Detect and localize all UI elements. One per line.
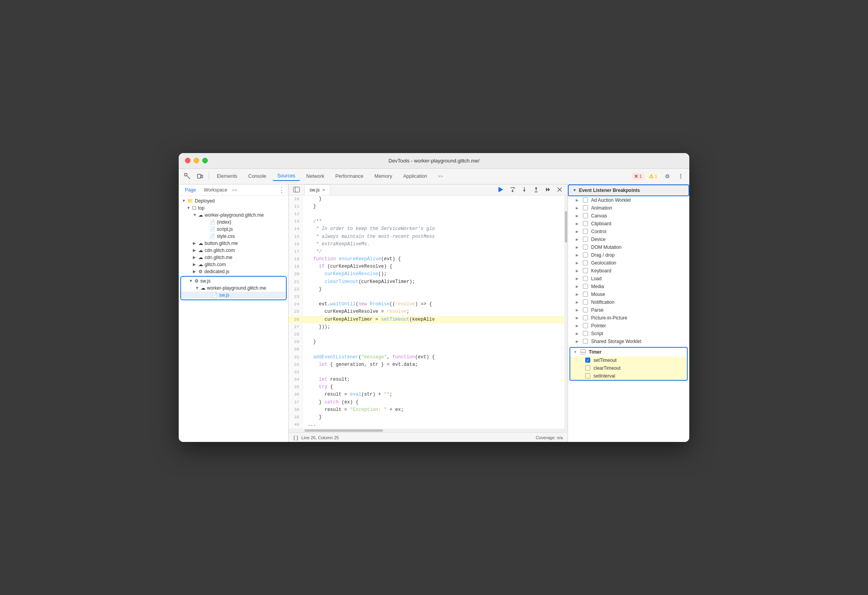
close-button[interactable] bbox=[185, 158, 190, 163]
tree-item-script-js[interactable]: ▶ 📄 script.js bbox=[179, 226, 288, 233]
tree-item-button-glitch[interactable]: ▶ ☁ button.glitch.me bbox=[179, 240, 288, 247]
bp-item-settimeout[interactable]: setTimeout bbox=[570, 356, 687, 364]
bp-item-media[interactable]: ▶ Media bbox=[568, 283, 689, 290]
bp-item-pip[interactable]: ▶ Picture-in-Picture bbox=[568, 314, 689, 322]
bp-checkbox-control[interactable] bbox=[583, 229, 588, 234]
bp-checkbox-drag[interactable] bbox=[583, 252, 588, 257]
tab-workspace[interactable]: Workspace bbox=[201, 186, 231, 194]
bp-item-notification[interactable]: ▶ Notification bbox=[568, 298, 689, 306]
bp-checkbox-canvas[interactable] bbox=[583, 213, 588, 218]
tree-item-worker-playground[interactable]: ▼ ☁ worker-playground.glitch.me bbox=[179, 212, 288, 219]
bp-item-setinterval[interactable]: setInterval bbox=[570, 372, 687, 380]
resume-icon[interactable] bbox=[496, 185, 505, 194]
close-tab-icon[interactable]: × bbox=[322, 187, 325, 193]
tree-item-cdn-me[interactable]: ▶ ☁ cdn.glitch.me bbox=[179, 254, 288, 261]
bp-checkbox-script[interactable] bbox=[583, 331, 588, 336]
scrollbar-thumb[interactable] bbox=[565, 211, 567, 243]
bp-checkbox-ss[interactable] bbox=[583, 339, 588, 344]
file-panel-more[interactable]: >> bbox=[232, 188, 237, 192]
bp-item-parse[interactable]: ▶ Parse bbox=[568, 306, 689, 314]
tree-item-glitch-com[interactable]: ▶ ☁ glitch.com bbox=[179, 261, 288, 268]
bp-item-control[interactable]: ▶ Control bbox=[568, 228, 689, 235]
bp-item-canvas[interactable]: ▶ Canvas bbox=[568, 212, 689, 220]
bp-checkbox-geo[interactable] bbox=[583, 260, 588, 265]
tab-performance[interactable]: Performance bbox=[331, 172, 368, 181]
bp-checkbox-load[interactable] bbox=[583, 276, 588, 281]
bp-item-mouse[interactable]: ▶ Mouse bbox=[568, 290, 689, 298]
error-badge[interactable]: ✕ 1 bbox=[632, 173, 644, 180]
bp-checkbox-keyboard[interactable] bbox=[583, 268, 588, 273]
bp-checkbox-device[interactable] bbox=[583, 237, 588, 242]
inspect-element-icon[interactable] bbox=[182, 171, 193, 182]
more-options-icon[interactable]: ⋮ bbox=[675, 171, 686, 182]
bp-checkbox-anim[interactable] bbox=[583, 205, 588, 210]
bp-item-pointer[interactable]: ▶ Pointer bbox=[568, 322, 689, 330]
code-line-25: 25 curKeepAliveResolve = resolve; bbox=[289, 308, 564, 316]
code-tab-swjs[interactable]: sw.js × bbox=[304, 184, 330, 195]
tab-more[interactable]: >> bbox=[434, 172, 448, 180]
tree-item-top[interactable]: ▼ ☐ top bbox=[179, 204, 288, 212]
bp-item-animation[interactable]: ▶ Animation bbox=[568, 204, 689, 212]
step-continue-icon[interactable] bbox=[543, 185, 553, 194]
scrollbar-h-thumb[interactable] bbox=[304, 429, 383, 432]
deactivate-breakpoints-icon[interactable] bbox=[555, 185, 564, 194]
tree-item-swjs-file[interactable]: ▶ 📄 sw.js bbox=[181, 292, 286, 299]
toggle-sidebar-icon[interactable] bbox=[292, 185, 301, 194]
vertical-scrollbar[interactable] bbox=[564, 195, 568, 429]
warn-badge[interactable]: ⚠ 1 bbox=[646, 173, 659, 180]
step-into-icon[interactable] bbox=[520, 185, 529, 194]
bp-checkbox-pointer[interactable] bbox=[583, 323, 588, 328]
timer-header[interactable]: ▼ — Timer bbox=[570, 348, 687, 356]
horizontal-scrollbar[interactable] bbox=[289, 429, 568, 433]
file-panel-menu-icon[interactable]: ⋮ bbox=[278, 186, 285, 193]
bp-checkbox-timer[interactable]: — bbox=[580, 349, 586, 354]
minimize-button[interactable] bbox=[194, 158, 199, 163]
bp-item-load[interactable]: ▶ Load bbox=[568, 275, 689, 283]
tree-item-index[interactable]: ▶ 📄 (index) bbox=[179, 219, 288, 226]
bp-item-drag-drop[interactable]: ▶ Drag / drop bbox=[568, 251, 689, 259]
bp-item-keyboard[interactable]: ▶ Keyboard bbox=[568, 267, 689, 275]
tab-console[interactable]: Console bbox=[244, 172, 271, 181]
tree-label-sw-root: sw.js bbox=[200, 278, 211, 284]
bp-checkbox-parse[interactable] bbox=[583, 307, 588, 312]
bp-checkbox-media[interactable] bbox=[583, 284, 588, 289]
bp-checkbox-notif[interactable] bbox=[583, 299, 588, 305]
bp-checkbox-dom[interactable] bbox=[583, 245, 588, 250]
bp-item-dom-mutation[interactable]: ▶ DOM Mutation bbox=[568, 243, 689, 251]
bp-checkbox-cleartimeout[interactable] bbox=[585, 365, 590, 371]
tree-item-style-css[interactable]: ▶ 📄 style.css bbox=[179, 233, 288, 240]
bp-checkbox-settimeout[interactable] bbox=[585, 358, 590, 363]
maximize-button[interactable] bbox=[202, 158, 208, 163]
tree-item-cdn-com[interactable]: ▶ ☁ cdn.glitch.com bbox=[179, 247, 288, 254]
code-editor[interactable]: 10 } 11 } 12 bbox=[289, 195, 564, 429]
tab-elements[interactable]: Elements bbox=[212, 172, 242, 181]
code-line-22: 22 } bbox=[289, 286, 564, 293]
step-out-icon[interactable] bbox=[531, 185, 541, 194]
bp-checkbox-setinterval[interactable] bbox=[585, 373, 590, 378]
bp-checkbox-ad[interactable] bbox=[583, 197, 588, 203]
tree-item-deployed[interactable]: ▼ 📁 Deployed bbox=[179, 197, 288, 204]
bp-item-geolocation[interactable]: ▶ Geolocation bbox=[568, 259, 689, 267]
tab-network[interactable]: Network bbox=[302, 172, 329, 181]
tab-sources[interactable]: Sources bbox=[273, 172, 300, 181]
settings-icon[interactable]: ⚙ bbox=[662, 171, 673, 182]
bp-checkbox-clipboard[interactable] bbox=[583, 221, 588, 226]
bp-item-device[interactable]: ▶ Device bbox=[568, 235, 689, 243]
bp-item-ad-auction[interactable]: ▶ Ad Auction Worklet bbox=[568, 196, 689, 204]
bp-item-script[interactable]: ▶ Script bbox=[568, 330, 689, 338]
tree-item-wp-child[interactable]: ▼ ☁ worker-playground.glitch.me bbox=[181, 285, 286, 292]
bp-checkbox-mouse[interactable] bbox=[583, 292, 588, 297]
step-over-icon[interactable] bbox=[508, 185, 517, 194]
event-listener-header[interactable]: ▼ Event Listener Breakpoints bbox=[568, 184, 689, 196]
tree-item-swjs-root[interactable]: ▼ ⚙ sw.js bbox=[181, 277, 286, 285]
bp-item-clipboard[interactable]: ▶ Clipboard bbox=[568, 220, 689, 228]
tab-page[interactable]: Page bbox=[182, 186, 199, 194]
device-toggle-icon[interactable] bbox=[194, 171, 205, 182]
tab-memory[interactable]: Memory bbox=[370, 172, 397, 181]
format-button[interactable]: { } bbox=[293, 434, 298, 440]
bp-item-cleartimeout[interactable]: clearTimeout bbox=[570, 364, 687, 372]
bp-item-shared-storage[interactable]: ▶ Shared Storage Worklet bbox=[568, 338, 689, 345]
tab-application[interactable]: Application bbox=[398, 172, 432, 181]
bp-checkbox-pip[interactable] bbox=[583, 315, 588, 320]
tree-item-dedicated-js[interactable]: ▶ ⚙ dedicated.js bbox=[179, 268, 288, 275]
